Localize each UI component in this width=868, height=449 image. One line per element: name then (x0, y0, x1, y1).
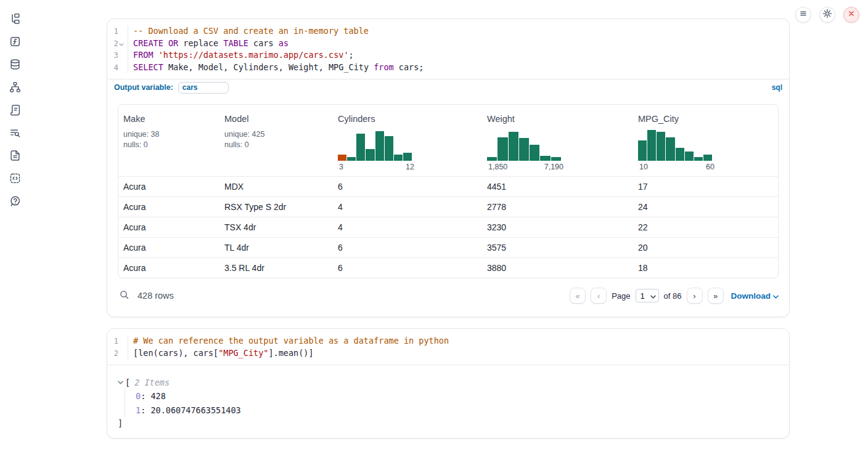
sidebar-documentation-button[interactable] (9, 150, 21, 163)
histogram-bar (540, 156, 550, 161)
table-cell: 3575 (482, 238, 633, 257)
close-app-button[interactable] (843, 7, 859, 23)
histogram-bar (497, 137, 507, 161)
next-page-button[interactable]: › (687, 288, 703, 304)
table-cell: 20 (633, 238, 778, 257)
table-cell: Acura (118, 258, 219, 278)
download-button[interactable]: Download (731, 291, 779, 301)
settings-button[interactable] (819, 7, 835, 23)
histogram-bar (394, 155, 403, 161)
table-row: AcuraRSX Type S 2dr4277824 (118, 196, 778, 217)
function-icon (9, 36, 21, 50)
histogram-bar (657, 132, 665, 161)
column-header-model[interactable]: Modelunique: 425nulls: 0 (219, 105, 333, 176)
last-page-button[interactable]: » (708, 288, 724, 304)
line-number: 1 (113, 335, 118, 347)
table-cell: MDX (219, 177, 333, 196)
database-icon (9, 59, 21, 73)
pagination: « ‹ Page 1 of 86 › » (570, 288, 723, 304)
table-cell: 3230 (482, 217, 633, 237)
sql-code-editor[interactable]: 1234 -- Download a CSV and create an in-… (107, 19, 789, 79)
histogram-bar (685, 152, 694, 161)
table-cell: 18 (633, 258, 778, 278)
sidebar-file-tree-button[interactable] (9, 14, 21, 26)
histogram-bar (375, 131, 384, 161)
tree-items-count: 2 Items (134, 378, 170, 387)
output-variable-input[interactable] (178, 82, 229, 94)
first-page-button[interactable]: « (570, 288, 586, 304)
chevron-down-icon (773, 291, 779, 301)
column-header-make[interactable]: Makeunique: 38nulls: 0 (118, 105, 219, 176)
sidebar-scratchpad-button[interactable] (9, 105, 21, 117)
column-label: Weight (487, 114, 628, 124)
tree-collapse-chevron-icon[interactable] (118, 381, 125, 384)
table-footer: 428 rows « ‹ Page 1 of 86 › » Download (107, 278, 789, 304)
histogram-range-labels: 1,8507,190 (487, 163, 565, 171)
file-tree-icon (9, 13, 21, 27)
histogram-bar (356, 134, 365, 161)
table-cell: Acura (118, 197, 219, 217)
code-line: -- Download a CSV and create an in-memor… (133, 25, 789, 38)
table-cell: 4451 (482, 177, 633, 196)
sidebar-logs-button[interactable] (9, 127, 21, 140)
line-number: 3 (113, 49, 118, 62)
table-cell: 17 (633, 177, 778, 196)
histogram-bar (347, 157, 356, 161)
code-line: FROM 'https://datasets.marimo.app/cars.c… (133, 49, 789, 62)
column-label: Model (224, 114, 328, 124)
sidebar-help-button[interactable] (9, 196, 21, 208)
table-row: AcuraTL 4dr6357520 (118, 237, 778, 257)
table-cell: 3880 (482, 258, 633, 278)
table-cell: 4 (333, 217, 482, 237)
column-header-weight[interactable]: Weight1,8507,190 (482, 105, 633, 176)
logs-icon (9, 127, 21, 141)
page-select-value: 1 (641, 291, 645, 301)
chevron-down-icon (650, 291, 656, 301)
column-header-cylinders[interactable]: Cylinders312 (333, 105, 482, 176)
menu-button[interactable] (795, 7, 811, 23)
table-cell: 24 (633, 197, 778, 217)
table-cell: Acura (118, 177, 219, 196)
table-row: AcuraMDX6445117 (118, 176, 778, 196)
sidebar-database-button[interactable] (9, 59, 21, 71)
column-histogram[interactable] (338, 129, 412, 161)
code-line: CREATE OR replace TABLE cars as (133, 38, 789, 50)
table-cell: 6 (333, 238, 482, 257)
sidebar-dependency-graph-button[interactable] (9, 82, 21, 94)
search-icon[interactable] (119, 289, 129, 302)
table-cell: RSX Type S 2dr (219, 197, 333, 217)
scratchpad-icon (9, 104, 21, 118)
column-histogram[interactable] (487, 129, 561, 161)
sidebar-function-button[interactable] (9, 36, 21, 49)
page-label: Page (612, 291, 630, 301)
histogram-bar (694, 157, 703, 161)
histogram-bar (338, 155, 346, 161)
documentation-icon (9, 150, 21, 164)
table-row: AcuraTSX 4dr4323022 (118, 217, 778, 237)
python-code-editor[interactable]: 12 # We can reference the output variabl… (107, 329, 789, 365)
output-variable-label: Output variable: (114, 83, 173, 92)
download-label: Download (731, 291, 771, 301)
histogram-bar (676, 148, 684, 161)
page-total-label: of 86 (664, 291, 682, 301)
histogram-bar (509, 132, 518, 161)
tree-entry-value: 428 (150, 391, 165, 401)
prev-page-button[interactable]: ‹ (591, 288, 607, 304)
page-select[interactable]: 1 (636, 289, 659, 302)
result-table: Makeunique: 38nulls: 0Modelunique: 425nu… (118, 104, 779, 278)
table-cell: 6 (333, 258, 482, 278)
language-tag[interactable]: sql (772, 83, 782, 92)
line-number: 2 (113, 347, 118, 360)
sidebar-snippets-button[interactable] (9, 173, 21, 185)
column-histogram[interactable] (638, 129, 712, 161)
tree-close-bracket: ] (118, 417, 779, 429)
column-header-mpg_city[interactable]: MPG_City1060 (633, 105, 778, 176)
column-label: Cylinders (338, 114, 477, 124)
close-icon (846, 8, 857, 22)
table-cell: TSX 4dr (219, 217, 333, 237)
gear-icon (822, 8, 833, 22)
fold-chevron-icon[interactable] (119, 38, 125, 50)
histogram-bar (403, 153, 412, 161)
tree-entry-key: 1 (136, 405, 141, 415)
help-icon (9, 195, 21, 209)
